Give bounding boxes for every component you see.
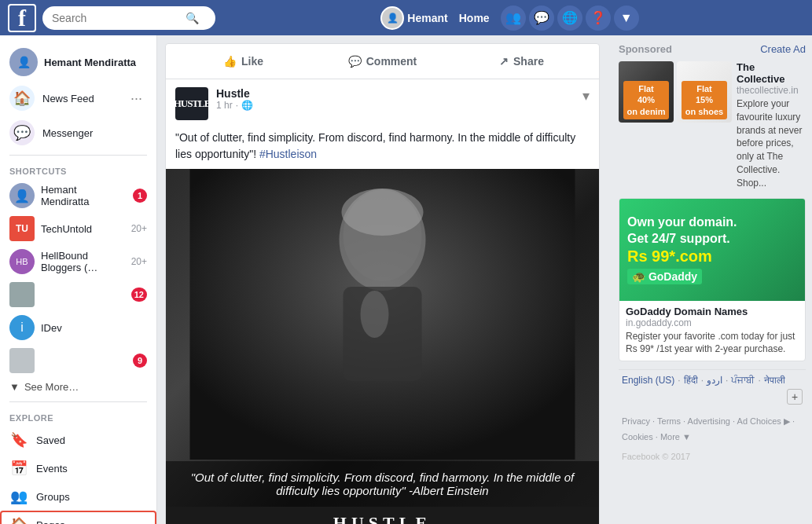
lang-english[interactable]: English (US) — [622, 375, 674, 386]
shortcut-label-hemant: Hemant Mendiratta — [41, 184, 127, 207]
sidebar-item-groups[interactable]: 👥 Groups — [0, 482, 156, 511]
footer-terms[interactable]: Terms — [657, 416, 681, 426]
comment-button[interactable]: 💬 Comment — [314, 50, 450, 72]
comment-label: Comment — [366, 55, 417, 68]
ad-godaddy-image: Own your domain.Get 24/7 support. Rs 99*… — [619, 199, 805, 301]
groups-label: Groups — [36, 491, 70, 503]
godaddy-domain: in.godaddy.com — [626, 317, 799, 328]
post-public-icon: 🌐 — [241, 100, 253, 111]
footer-more[interactable]: More — [660, 432, 680, 442]
pages-icon: 🏠 — [9, 515, 28, 524]
quote-text: "Out of clutter, find simplicity. From d… — [191, 471, 574, 497]
godaddy-price: Rs 99*.com — [627, 247, 797, 266]
lang-urdu[interactable]: اردو — [707, 375, 722, 386]
friends-icon[interactable]: 👥 — [501, 5, 526, 31]
sidebar-divider-2 — [9, 401, 147, 402]
facebook-logo[interactable]: f — [8, 4, 36, 32]
sidebar-username: Hemant Mendiratta — [44, 57, 136, 68]
lang-nepali[interactable]: नेपाली — [764, 375, 785, 386]
shortcut-badge-4: 12 — [131, 288, 147, 302]
saved-icon: 🔖 — [9, 431, 28, 449]
comment-icon: 💬 — [348, 55, 362, 68]
shortcut-item6[interactable]: 9 — [0, 344, 156, 377]
shortcut-icon-techuntold: TU — [9, 216, 35, 241]
shortcut-hemant[interactable]: 👤 Hemant Mendiratta 1 — [0, 179, 156, 212]
sidebar-item-saved[interactable]: 🔖 Saved — [0, 426, 156, 454]
post-meta: 1 hr · 🌐 — [216, 100, 575, 111]
post-page-avatar[interactable]: HUSTLE — [175, 87, 208, 120]
share-label: Share — [513, 55, 544, 68]
sponsored-title: Sponsored — [619, 43, 672, 55]
shortcut-idev[interactable]: i IDev — [0, 311, 156, 344]
post-hashtag[interactable]: #Hustleison — [259, 148, 317, 160]
messenger-icon-sidebar: 💬 — [9, 120, 35, 145]
sidebar-item-pages[interactable]: 🏠 Pages — [0, 511, 156, 524]
globe-icon[interactable]: 🌐 — [557, 5, 582, 31]
like-button[interactable]: 👍 Like — [175, 50, 311, 72]
chevron-down-icon: ▼ — [9, 381, 20, 393]
ad-collective-info: The Collective thecollective.in Explore … — [737, 61, 806, 190]
shortcut-badge-hellbound: 20+ — [131, 256, 147, 267]
shortcut-hellbound[interactable]: HB HellBound Bloggers (… 20+ — [0, 245, 156, 278]
shortcut-icon-idev: i — [9, 315, 35, 340]
shortcut-badge-techuntold: 20+ — [131, 223, 147, 234]
footer-advertising[interactable]: Advertising — [688, 416, 730, 426]
lang-punjabi[interactable]: ਪੰਜਾਬੀ — [731, 375, 755, 386]
hustle-logo-text: HUSTLE — [333, 513, 432, 524]
svg-point-5 — [361, 291, 389, 338]
sidebar-item-messenger[interactable]: 💬 Messenger — [0, 115, 156, 150]
groups-icon: 👥 — [9, 487, 28, 506]
left-sidebar: 👤 Hemant Mendiratta 🏠 News Feed ··· 💬 Me… — [0, 35, 157, 524]
ad-card-godaddy[interactable]: Own your domain.Get 24/7 support. Rs 99*… — [619, 198, 806, 362]
dropdown-icon[interactable]: ▼ — [614, 5, 639, 31]
see-more-shortcuts[interactable]: ▼ See More… — [0, 377, 156, 397]
shortcut-item4[interactable]: 12 — [0, 278, 156, 311]
messenger-icon[interactable]: 💬 — [529, 5, 554, 31]
post-menu-button[interactable]: ▾ — [582, 87, 590, 104]
lang-separator-3: · — [726, 375, 728, 386]
post-body: "Out of clutter, find simplicity. From d… — [166, 125, 599, 163]
godaddy-desc: Register your favorite .com today for ju… — [626, 330, 799, 357]
post-time: 1 hr — [216, 100, 233, 111]
help-icon[interactable]: ❓ — [586, 5, 611, 31]
right-sidebar: Sponsored Create Ad Flat40%on denim Flat… — [612, 35, 812, 524]
share-icon: ↗ — [499, 55, 509, 68]
language-bar: English (US) · हिंदी · اردو · ਪੰਜਾਬੀ · न… — [619, 369, 806, 409]
sidebar-item-newsfeed[interactable]: 🏠 News Feed ··· — [0, 81, 156, 115]
post-image[interactable]: "Out of clutter, find simplicity. From d… — [166, 169, 599, 524]
ad-denim-badge: Flat40%on denim — [623, 81, 670, 119]
share-button[interactable]: ↗ Share — [454, 50, 590, 72]
create-ad-link[interactable]: Create Ad — [760, 43, 806, 55]
post-separator: · — [236, 100, 238, 111]
ad-collective-domain: thecollective.in — [737, 85, 806, 96]
newsfeed-options[interactable]: ··· — [126, 89, 147, 108]
like-label: Like — [241, 55, 263, 68]
shortcut-techuntold[interactable]: TU TechUntold 20+ — [0, 212, 156, 245]
lang-hindi[interactable]: हिंदी — [684, 375, 698, 386]
pages-label: Pages — [36, 519, 65, 525]
topnav-center: 👤 Hemant Home 👥 💬 🌐 ❓ ▼ — [215, 5, 804, 31]
add-language-button[interactable]: + — [787, 389, 803, 405]
lang-separator-2: · — [701, 375, 704, 386]
shortcuts-title: SHORTCUTS — [0, 160, 156, 179]
lang-separator-4: · — [758, 375, 760, 386]
home-button[interactable]: Home — [451, 8, 498, 28]
sidebar-item-events[interactable]: 📅 Events — [0, 454, 156, 482]
einstein-image: "Out of clutter, find simplicity. From d… — [166, 169, 599, 507]
post-header-info: Hustle 1 hr · 🌐 — [216, 87, 575, 111]
events-label: Events — [36, 463, 68, 475]
search-input[interactable] — [52, 12, 186, 24]
search-bar[interactable]: 🔍 — [42, 6, 215, 30]
lang-separator-1: · — [678, 375, 680, 386]
footer-copyright: Facebook © 2017 — [619, 450, 806, 463]
explore-title: EXPLORE — [0, 407, 156, 426]
footer-privacy[interactable]: Privacy — [622, 416, 650, 426]
sidebar-user-profile[interactable]: 👤 Hemant Mendiratta — [0, 43, 156, 81]
ad-card-collective[interactable]: Flat40%on denim Flat15%on shoes The Coll… — [619, 61, 806, 190]
ad-shoes-image: Flat15%on shoes — [677, 61, 732, 123]
post-page-name[interactable]: Hustle — [216, 87, 575, 100]
footer-cookies[interactable]: Cookies — [622, 432, 653, 442]
godaddy-content: Own your domain.Get 24/7 support. Rs 99*… — [619, 207, 805, 292]
footer-ad-choices[interactable]: Ad Choices ▶ — [737, 416, 790, 426]
topnav-user-avatar[interactable]: 👤 — [380, 6, 404, 30]
